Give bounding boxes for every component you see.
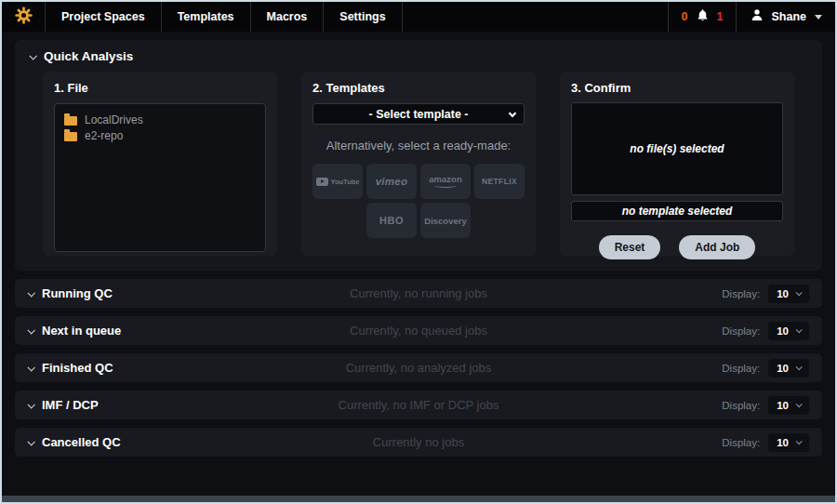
template-select-value: - Select template - [313, 108, 524, 121]
selected-template-box: no template selected [571, 201, 783, 221]
file-tree[interactable]: LocalDrives e2-repo [54, 103, 266, 252]
templates-panel: 2. Templates - Select template - Alterna… [301, 72, 536, 256]
confirm-panel-title: 3. Confirm [571, 81, 783, 95]
bell-icon[interactable] [696, 8, 710, 26]
file-panel: 1. File LocalDrives e2-repo [43, 72, 277, 256]
display-count-select[interactable]: 10 [768, 285, 809, 303]
chevron-down-icon [27, 401, 34, 408]
brand-label: vimeo [376, 176, 408, 187]
tree-item-label: LocalDrives [85, 113, 143, 128]
tree-item-e2-repo[interactable]: e2-repo [64, 128, 256, 144]
no-files-message: no file(s) selected [630, 142, 724, 155]
section-title: Cancelled QC [42, 435, 121, 449]
brand-label: HBO [379, 215, 404, 226]
quick-analysis-section: Quick Analysis 1. File LocalDrives e2-re… [15, 40, 822, 271]
chevron-down-icon [796, 326, 803, 333]
display-count-value: 10 [777, 363, 789, 374]
app-logo-button[interactable] [2, 2, 45, 32]
tree-item-label: e2-repo [85, 128, 123, 144]
brand-label: amazon [429, 175, 461, 183]
ready-made-label: Alternatively, select a ready-made: [312, 139, 525, 153]
next-in-queue-section: Currently, no queued jobs Next in queue … [15, 316, 822, 345]
confirm-buttons: Reset Add Job [571, 235, 783, 259]
netflix-template-button[interactable]: NETFLIX [474, 164, 525, 199]
chevron-down-icon [796, 289, 803, 296]
imf-dcp-section: Currently, no IMF or DCP jobs IMF / DCP … [15, 391, 822, 419]
add-job-button[interactable]: Add Job [679, 235, 755, 259]
running-qc-header[interactable]: Running QC [28, 286, 113, 300]
ready-made-templates: YouTube vimeo amazon NETFLIX [312, 164, 525, 238]
nav-item-project-spaces[interactable]: Project Spaces [45, 2, 161, 32]
display-label: Display: [722, 288, 760, 299]
display-count-value: 10 [777, 437, 789, 448]
folder-icon [64, 132, 77, 141]
brand-label: NETFLIX [482, 177, 517, 186]
display-count-select[interactable]: 10 [768, 433, 809, 452]
notifications-area[interactable]: 0 1 [668, 2, 737, 32]
display-count-value: 10 [777, 400, 789, 411]
tree-item-localdrives[interactable]: LocalDrives [64, 113, 256, 128]
display-label: Display: [722, 363, 760, 374]
gear-logo-icon [15, 7, 33, 28]
empty-state-message: Currently, no running jobs [15, 286, 822, 300]
hbo-template-button[interactable]: HBO [366, 203, 417, 238]
amazon-smile-icon [434, 183, 457, 188]
alert-count-badge: 1 [717, 10, 724, 23]
chevron-down-icon [27, 438, 34, 445]
top-navigation-bar: Project Spaces Templates Macros Settings… [2, 2, 835, 32]
nav-item-settings[interactable]: Settings [323, 2, 402, 32]
selected-files-box: no file(s) selected [571, 102, 783, 195]
template-select[interactable]: - Select template - [312, 103, 525, 125]
vimeo-template-button[interactable]: vimeo [366, 164, 417, 199]
cancelled-qc-section: Currently no jobs Cancelled QC Display: … [15, 428, 822, 457]
brand-label: Discovery [424, 216, 466, 226]
finished-qc-header[interactable]: Finished QC [28, 361, 113, 375]
user-menu[interactable]: Shane [737, 7, 822, 26]
main-content: Quick Analysis 1. File LocalDrives e2-re… [2, 32, 835, 457]
display-count-select[interactable]: 10 [768, 396, 809, 415]
empty-state-message: Currently, no analyzed jobs [15, 361, 822, 375]
user-icon [750, 7, 764, 26]
youtube-play-icon [316, 178, 328, 186]
chevron-down-icon [796, 401, 803, 407]
section-title: IMF / DCP [42, 398, 99, 412]
discovery-template-button[interactable]: Discovery [420, 203, 471, 238]
main-menu: Project Spaces Templates Macros Settings [45, 2, 403, 32]
youtube-template-button[interactable]: YouTube [312, 164, 363, 199]
chevron-down-icon [815, 15, 822, 20]
user-name: Shane [771, 10, 806, 23]
display-label: Display: [722, 437, 760, 448]
display-count-select[interactable]: 10 [768, 359, 809, 378]
templates-panel-title: 2. Templates [312, 81, 525, 95]
chevron-down-icon [27, 289, 34, 297]
quick-analysis-header[interactable]: Quick Analysis [30, 49, 807, 63]
nav-item-macros[interactable]: Macros [250, 2, 324, 32]
empty-state-message: Currently, no queued jobs [15, 324, 822, 338]
empty-state-message: Currently, no IMF or DCP jobs [15, 398, 822, 412]
chevron-down-icon [27, 326, 34, 334]
next-in-queue-header[interactable]: Next in queue [28, 324, 121, 338]
brand-label: YouTube [331, 178, 360, 186]
reset-button[interactable]: Reset [599, 235, 661, 259]
display-count-value: 10 [777, 325, 789, 337]
quick-analysis-panels: 1. File LocalDrives e2-repo 2. [30, 72, 807, 256]
finished-qc-section: Currently, no analyzed jobs Finished QC … [15, 353, 822, 382]
display-label: Display: [722, 325, 760, 337]
chevron-down-icon [27, 364, 34, 371]
imf-dcp-header[interactable]: IMF / DCP [28, 398, 99, 412]
display-count-value: 10 [777, 288, 789, 299]
no-template-message: no template selected [622, 205, 733, 218]
app-window: Project Spaces Templates Macros Settings… [0, 0, 837, 504]
display-count-select[interactable]: 10 [768, 322, 809, 340]
section-title: Quick Analysis [44, 49, 133, 63]
confirm-panel: 3. Confirm no file(s) selected no templa… [560, 72, 794, 256]
empty-state-message: Currently no jobs [15, 435, 822, 449]
section-title: Next in queue [42, 324, 121, 338]
chevron-down-icon [796, 364, 803, 370]
cancelled-qc-header[interactable]: Cancelled QC [28, 435, 121, 449]
amazon-template-button[interactable]: amazon [420, 164, 471, 199]
folder-icon [64, 116, 77, 126]
nav-item-templates[interactable]: Templates [161, 2, 250, 32]
running-qc-section: Currently, no running jobs Running QC Di… [15, 279, 822, 308]
bottom-scrollbar-track[interactable] [2, 496, 835, 502]
